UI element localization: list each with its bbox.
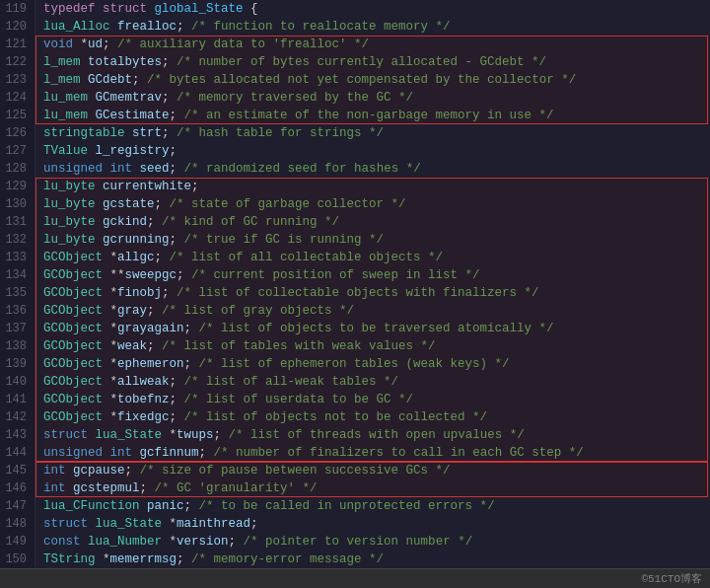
kw-token: int <box>43 464 66 478</box>
comment-token: /* randomized seed for hashes */ <box>184 162 421 176</box>
plain-token <box>103 446 110 460</box>
plain-token: ** <box>103 268 125 282</box>
field-token: GCmemtrav <box>96 91 163 105</box>
field-token: gcrunning <box>103 233 170 247</box>
plain-token <box>125 126 133 140</box>
field-token: twups <box>177 428 214 442</box>
plain-token: ; <box>162 286 177 300</box>
comment-token: /* function to reallocate memory */ <box>191 20 451 34</box>
code-line: stringtable strt; /* hash table for stri… <box>43 124 710 142</box>
plain-token <box>132 446 140 460</box>
field-token: currentwhite <box>103 180 191 193</box>
plain-token: ; <box>147 215 162 229</box>
code-line: lua_Alloc frealloc; /* function to reall… <box>43 18 710 36</box>
comment-token: /* list of ephemeron tables (weak keys) … <box>199 357 510 371</box>
line-number: 122 <box>4 53 27 71</box>
field-token: gckind <box>103 215 147 229</box>
type-token: lu_byte <box>43 215 96 229</box>
kw-token: const <box>43 535 81 549</box>
code-line: int gcpause; /* size of pause between su… <box>43 462 710 479</box>
plain-token: ; <box>170 109 184 122</box>
code-line: l_mem totalbytes; /* number of bytes cur… <box>43 53 710 71</box>
line-number: 147 <box>4 497 27 515</box>
plain-token <box>96 215 104 229</box>
plain-token: ; <box>191 180 199 193</box>
field-token: mainthread <box>177 517 250 531</box>
plain-token: { <box>244 2 258 16</box>
type-token: stringtable <box>43 126 125 140</box>
line-number: 124 <box>4 89 27 107</box>
code-line: lua_CFunction panic; /* to be called in … <box>43 497 710 515</box>
plain-token <box>88 144 96 158</box>
field-token: sweepgc <box>125 268 178 282</box>
field-token: totalbytes <box>88 55 162 69</box>
plain-token: ; <box>147 304 162 318</box>
code-body: typedef struct global_State { lua_Alloc … <box>36 0 710 568</box>
footer: ©51CTO博客 <box>0 568 710 588</box>
line-number: 126 <box>4 124 27 142</box>
comment-token: /* size of pause between successive GCs … <box>140 464 451 478</box>
code-line: GCObject *allgc; /* list of all collecta… <box>43 249 710 266</box>
code-line: GCObject *grayagain; /* list of objects … <box>43 320 710 337</box>
plain-token: * <box>103 410 117 424</box>
kw-token: struct <box>43 428 88 442</box>
field-token: strt <box>132 126 162 140</box>
type-token: lu_byte <box>43 197 96 211</box>
type-token: lu_byte <box>43 180 96 193</box>
code-line: unsigned int gcfinnum; /* number of fina… <box>43 444 710 462</box>
code-window: 1191201211221231241251261271281291301311… <box>0 0 710 588</box>
field-token: gcstate <box>103 197 155 211</box>
code-line: lu_mem GCmemtrav; /* memory traversed by… <box>43 89 710 107</box>
plain-token: ; <box>177 20 191 34</box>
field-token: finobj <box>117 286 162 300</box>
plain-token: ; <box>177 552 191 566</box>
plain-token: ; <box>155 251 170 264</box>
plain-token: ; <box>170 233 184 247</box>
plain-token: * <box>103 251 117 264</box>
code-line: lu_byte currentwhite; <box>43 178 710 195</box>
comment-token: /* bytes allocated not yet compensated b… <box>147 73 576 87</box>
comment-token: /* list of all collectable objects */ <box>170 251 444 264</box>
field-token: ud <box>88 37 103 51</box>
plain-token <box>103 162 110 176</box>
plain-token: * <box>103 375 117 389</box>
line-number: 121 <box>4 36 27 53</box>
line-number: 129 <box>4 178 27 195</box>
comment-token: /* an estimate of the non-garbage memory… <box>184 109 554 122</box>
kw-token: int <box>43 481 66 495</box>
type-token: lua_Alloc <box>43 20 110 34</box>
plain-token <box>66 481 74 495</box>
field-token: gray <box>117 304 147 318</box>
plain-token: * <box>96 552 110 566</box>
plain-token <box>88 109 96 122</box>
code-line: lu_mem GCestimate; /* an estimate of the… <box>43 107 710 124</box>
type-token: lu_mem <box>43 91 88 105</box>
comment-token: /* GC 'granularity' */ <box>155 481 318 495</box>
code-line: struct lua_State *mainthread; <box>43 515 710 533</box>
line-number: 146 <box>4 479 27 497</box>
type-token: GCObject <box>43 268 103 282</box>
line-number: 134 <box>4 266 27 284</box>
main-area: 1191201211221231241251261271281291301311… <box>0 0 710 568</box>
comment-token: /* list of all-weak tables */ <box>184 375 399 389</box>
plain-token <box>96 180 104 193</box>
comment-token: /* memory traversed by the GC */ <box>177 91 413 105</box>
line-number: 123 <box>4 71 27 89</box>
plain-token <box>96 2 104 16</box>
plain-token <box>147 2 155 16</box>
plain-token <box>96 197 104 211</box>
field-token: GCdebt <box>88 73 132 87</box>
comment-token: /* list of userdata to be GC */ <box>184 393 414 406</box>
type-token: lua_CFunction <box>43 499 140 513</box>
code-line: GCObject *ephemeron; /* list of ephemero… <box>43 355 710 373</box>
type-token: GCObject <box>43 304 103 318</box>
line-number: 143 <box>4 426 27 444</box>
plain-token <box>66 464 74 478</box>
code-line: typedef struct global_State { <box>43 0 710 18</box>
plain-token <box>81 535 89 549</box>
kw-token: int <box>110 446 133 460</box>
type-token: GCObject <box>43 393 103 406</box>
plain-token: ; <box>147 339 162 353</box>
plain-token <box>81 73 89 87</box>
code-line: lu_byte gcrunning; /* true if GC is runn… <box>43 231 710 249</box>
